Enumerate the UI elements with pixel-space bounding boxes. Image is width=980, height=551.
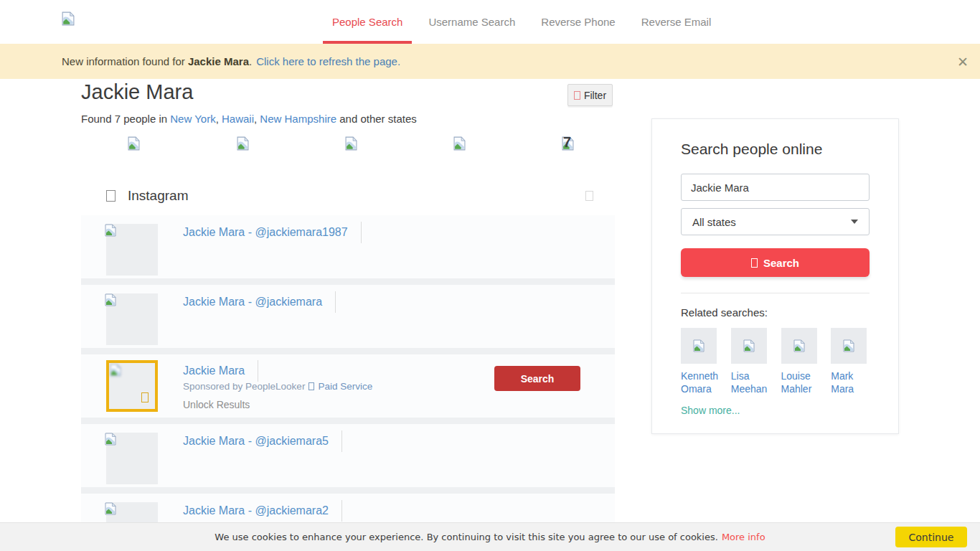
related-person-thumbnail[interactable]: [681, 328, 717, 364]
list-item: Jackie Mara - @jackiemara1987: [81, 215, 615, 278]
photo-thumbnail-broken-image-icon[interactable]: [453, 136, 466, 151]
close-icon[interactable]: ✕: [957, 53, 969, 70]
related-person-thumbnail[interactable]: [731, 328, 767, 364]
profile-thumbnail[interactable]: [106, 293, 158, 345]
paid-service-label: Paid Service: [318, 381, 372, 392]
profile-link[interactable]: Jackie Mara - @jackiemara5: [183, 435, 329, 448]
related-person-thumbnail[interactable]: [831, 328, 867, 364]
sponsored-by-line: Sponsored by PeopleLooker Paid Service: [183, 381, 372, 392]
found-prefix: Found 7 people in: [81, 113, 167, 125]
sponsored-profile-link[interactable]: Jackie Mara: [183, 364, 245, 377]
divider: [341, 500, 342, 522]
state-link-hawaii[interactable]: Hawaii: [222, 113, 254, 125]
broken-image-icon: [793, 339, 805, 352]
tab-people-search[interactable]: People Search: [332, 0, 402, 44]
sidebar-title: Search people online: [681, 141, 870, 158]
broken-image-icon: [743, 339, 755, 352]
photo-strip: 7: [81, 136, 615, 165]
name-search-input[interactable]: [681, 174, 870, 201]
sponsored-list-item: Jackie Mara Sponsored by PeopleLooker Pa…: [81, 354, 615, 418]
divider: [258, 360, 258, 382]
unlock-results-label: Unlock Results: [183, 399, 250, 410]
related-person-thumbnail[interactable]: [781, 328, 817, 364]
sponsored-thumbnail[interactable]: [106, 360, 158, 412]
photo-thumbnail-broken-image-icon[interactable]: [345, 136, 357, 151]
related-person: Mark Mara: [831, 328, 870, 395]
related-searches-title: Related searches:: [681, 306, 870, 319]
instagram-section-header: Instagram: [81, 176, 615, 215]
broken-image-icon: [105, 293, 116, 306]
profile-link[interactable]: Jackie Mara - @jackiemara: [183, 296, 322, 309]
results-summary: Found 7 people in New York, Hawaii, New …: [81, 113, 417, 125]
profile-link[interactable]: Jackie Mara - @jackiemara1987: [183, 226, 348, 239]
photo-thumbnail-broken-image-icon[interactable]: [237, 136, 249, 151]
search-icon: [751, 258, 758, 268]
chevron-down-icon: [851, 220, 858, 224]
more-photos-count: 7: [563, 134, 571, 151]
broken-image-icon: [843, 339, 854, 352]
list-item: Jackie Mara - @jackiemara5: [81, 424, 615, 487]
tab-reverse-phone[interactable]: Reverse Phone: [541, 0, 615, 44]
photo-thumbnail-broken-image-icon[interactable]: [128, 136, 140, 151]
top-nav-bar: People Search Username Search Reverse Ph…: [0, 0, 980, 44]
state-select[interactable]: All states: [681, 208, 870, 235]
profile-thumbnail[interactable]: [106, 224, 158, 276]
related-person: Lisa Meehan: [731, 328, 770, 395]
profile-thumbnail[interactable]: [106, 433, 158, 484]
comma: ,: [216, 113, 219, 125]
instagram-section-title: Instagram: [128, 188, 188, 204]
comma: ,: [254, 113, 257, 125]
state-link-new-hampshire[interactable]: New Hampshire: [260, 113, 336, 125]
broken-image-icon: [693, 339, 705, 352]
found-suffix: and other states: [339, 113, 417, 125]
broken-image-icon: [105, 502, 116, 515]
state-link-new-york[interactable]: New York: [170, 113, 215, 125]
main-nav: People Search Username Search Reverse Ph…: [332, 0, 711, 44]
divider: [361, 222, 362, 243]
sponsored-by-label: Sponsored by PeopleLooker: [183, 381, 305, 392]
divider: [681, 293, 870, 293]
cookie-text: We use cookies to enhance your experienc…: [215, 532, 718, 542]
collapse-section-icon[interactable]: [585, 191, 593, 201]
page-title: Jackie Mara: [81, 80, 193, 104]
related-person-link[interactable]: Kenneth Omara: [681, 369, 720, 395]
list-item: Jackie Mara - @jackiemara: [81, 285, 615, 348]
state-select-value: All states: [692, 216, 736, 228]
refresh-notification-banner: New information found for Jackie Mara. C…: [0, 44, 980, 79]
related-person: Louise Mahler: [781, 328, 820, 395]
search-sidebar: Search people online All states Search R…: [651, 118, 899, 434]
banner-person-name: Jackie Mara: [188, 55, 249, 67]
cookie-consent-bar: We use cookies to enhance your experienc…: [0, 522, 980, 551]
instagram-icon: [106, 190, 116, 202]
tab-reverse-email[interactable]: Reverse Email: [641, 0, 712, 44]
show-more-link[interactable]: Show more...: [681, 405, 740, 416]
related-person-link[interactable]: Lisa Meehan: [731, 369, 770, 395]
filter-icon: [574, 91, 580, 100]
divider: [341, 430, 342, 452]
search-button-label: Search: [763, 257, 799, 269]
site-logo-broken-image-icon[interactable]: [62, 11, 75, 26]
related-person: Kenneth Omara: [681, 328, 720, 395]
banner-period: .: [249, 55, 252, 67]
lock-icon: [141, 392, 149, 402]
instagram-section: Instagram Jackie Mara - @jackiemara1987 …: [81, 176, 615, 551]
profile-link[interactable]: Jackie Mara - @jackiemara2: [183, 504, 329, 517]
related-searches-list: Kenneth Omara Lisa Meehan Louise Mahler …: [681, 328, 870, 395]
broken-image-icon: [105, 224, 116, 237]
search-button[interactable]: Search: [681, 248, 870, 277]
broken-image-icon: [110, 364, 121, 377]
more-info-link[interactable]: More info: [722, 532, 765, 542]
continue-button[interactable]: Continue: [895, 527, 967, 547]
sponsored-search-button[interactable]: Search: [494, 366, 580, 391]
related-person-link[interactable]: Mark Mara: [831, 369, 870, 395]
related-person-link[interactable]: Louise Mahler: [781, 369, 820, 395]
divider: [335, 291, 336, 313]
banner-text: New information found for: [62, 55, 185, 67]
filter-button[interactable]: Filter: [567, 84, 613, 106]
filter-button-label: Filter: [584, 90, 606, 101]
refresh-page-link[interactable]: Click here to refresh the page.: [256, 55, 400, 67]
broken-image-icon: [105, 433, 116, 446]
tab-username-search[interactable]: Username Search: [428, 0, 515, 44]
photo-thumbnail-more-count[interactable]: 7: [562, 136, 574, 151]
paid-service-icon: [308, 382, 314, 390]
